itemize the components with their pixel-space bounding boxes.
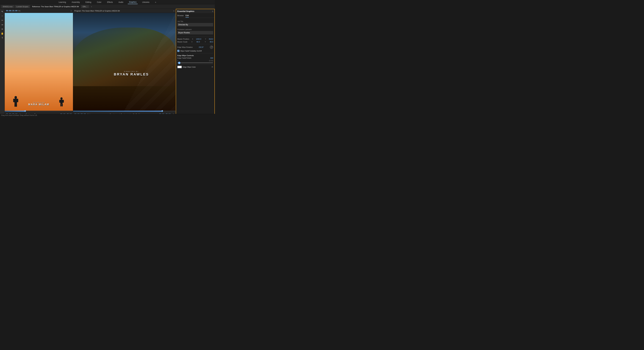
source-overlay: INTRODUCING MARA MILAM [28, 102, 49, 111]
eg-title: Essential Graphics [177, 10, 194, 12]
svg-rect-4 [14, 104, 16, 107]
eg-master-scale-label: Master Scale [177, 41, 188, 43]
essential-graphics-panel: Essential Graphics ≡ Browse Edit Job Tit… [176, 9, 215, 117]
program-text-overlay: DIRECTED BY BRYAN RAWLES [114, 71, 149, 76]
menu-more[interactable]: » [154, 0, 158, 4]
eg-scale-x-value[interactable]: 80.0 [196, 41, 200, 43]
eg-rotation-row: Edge Wipe Rotation 232.8° [177, 46, 213, 49]
status-message: Drag from track to Extract. Drag without… [1, 114, 38, 116]
tab-effects[interactable]: Effe... [81, 5, 89, 8]
eg-tab-browse[interactable]: Browse [177, 14, 184, 18]
eg-position-x-label: X [192, 38, 193, 40]
program-timebar[interactable] [73, 111, 176, 112]
eg-firstname-input[interactable] [177, 31, 213, 34]
eg-falloff-slider[interactable] [177, 62, 213, 63]
eg-menu-icon[interactable]: ≡ [212, 10, 213, 12]
eg-wipe-falloff-row: Wipe Falloff Visibility On/Off [177, 50, 213, 52]
program-title: Program: The Seam Btwn TRAILER w/ Graphi… [74, 10, 120, 12]
program-directed-by: DIRECTED BY [114, 71, 149, 72]
eg-color-row: Edge Wipe Color ✏ [177, 66, 213, 68]
eg-scale-x-label: X [192, 41, 192, 43]
eg-divider2 [177, 44, 213, 44]
tool-hand[interactable]: ✋ [0, 32, 4, 35]
svg-point-6 [60, 97, 62, 100]
tools-bar: ↖ ↔ ✂ ⇔ ✒ ✋ T [0, 9, 5, 117]
eg-wipe-falloff-checkbox[interactable] [177, 50, 180, 52]
eg-falloff-width-row: Edge Falloff Width 600 [177, 57, 213, 59]
svg-rect-1 [14, 98, 17, 104]
eg-color-label: Edge Wipe Color [183, 66, 211, 68]
menu-item-color[interactable]: Color [96, 0, 103, 4]
eg-scale-y-value[interactable]: 80.0 [210, 41, 213, 43]
program-timebar-fill [73, 111, 162, 112]
source-monitor-header: 00:00:35:00 Fit ≡ [5, 9, 73, 13]
eg-slider-min: 0 [177, 60, 178, 62]
svg-rect-10 [60, 104, 62, 106]
menu-item-effects[interactable]: Effects [106, 0, 114, 4]
eg-scale-y-label: Y [205, 41, 206, 43]
svg-rect-7 [60, 100, 62, 104]
program-monitor: Program: The Seam Btwn TRAILER w/ Graphi… [73, 9, 176, 117]
tool-slip[interactable]: ⇔ [1, 23, 4, 26]
eg-rotation-label: Edge Wipe Rotation [177, 46, 193, 48]
source-timebar-thumb[interactable] [24, 110, 26, 112]
menu-item-graphics[interactable]: Graphics [128, 0, 138, 4]
tool-text[interactable]: T [1, 36, 4, 40]
eg-pencil-icon[interactable]: ✏ [212, 66, 213, 68]
program-monitor-header: Program: The Seam Btwn TRAILER w/ Graphi… [73, 9, 176, 13]
eg-master-position-label: Master Position [177, 38, 189, 40]
top-menu-bar: Learning Assembly Editing Color Effects … [0, 0, 215, 4]
eg-wipe-falloff-label: Wipe Falloff Visibility On/Off [180, 50, 202, 52]
program-timebar-thumb[interactable] [162, 110, 163, 112]
knob-svg [210, 46, 213, 48]
menu-item-assembly[interactable]: Assembly [70, 0, 81, 4]
svg-rect-5 [16, 104, 17, 107]
tab-more[interactable]: » [90, 5, 94, 8]
source-introducing: INTRODUCING [28, 102, 49, 103]
tool-ripple[interactable]: ↔ [1, 14, 4, 18]
svg-rect-3 [17, 99, 18, 102]
source-settings-icon[interactable]: ≡ [71, 10, 72, 12]
eg-content: Job Title Firstname Lastname Master Posi… [176, 18, 214, 116]
source-fit-dropdown[interactable]: Fit [18, 10, 20, 12]
figure-silhouette2 [58, 96, 65, 108]
svg-rect-8 [59, 100, 61, 103]
eg-slider-range: 0 32768 [177, 60, 213, 62]
eg-position-y-value[interactable]: 818.0 [209, 38, 213, 40]
eg-position-x-value[interactable]: 1432.0 [196, 38, 201, 40]
eg-divider4 [177, 64, 213, 64]
source-monitor: 00:00:35:00 Fit ≡ INTRODUCING MARA MILAM [5, 9, 73, 117]
menu-item-editing[interactable]: Editing [84, 0, 92, 4]
eg-job-title-input[interactable] [177, 23, 213, 26]
program-settings-icon[interactable]: ≡ [174, 10, 174, 12]
source-timebar-fill [5, 111, 25, 112]
program-director-name: BRYAN RAWLES [114, 72, 149, 76]
main-area: ↖ ↔ ✂ ⇔ ✒ ✋ T 00:00:35:00 Fit ≡ INTRODUC… [0, 9, 215, 117]
eg-falloff-width-value[interactable]: 600 [210, 57, 213, 59]
tab-bar: 004(02).mov Lumetri Scopes Reference: Th… [0, 4, 215, 9]
menu-item-learning[interactable]: Learning [58, 0, 67, 4]
eg-rotation-knob[interactable] [210, 46, 213, 49]
tab-reference[interactable]: Reference: The Seam Btwn TRAILER w/ Grap… [30, 5, 80, 8]
eg-tab-edit[interactable]: Edit [186, 14, 189, 18]
eg-slider-max: 32768 [209, 60, 213, 62]
source-timecode-display: 00:00:35:00 [6, 10, 18, 12]
svg-rect-9 [62, 100, 64, 103]
eg-slider-container [177, 62, 213, 63]
source-name: MARA MILAM [28, 103, 49, 106]
menu-item-libraries[interactable]: Libraries [141, 0, 150, 4]
tool-razor[interactable]: ✂ [1, 18, 4, 22]
eg-rotation-value[interactable]: 232.8° [199, 46, 204, 48]
eg-job-title-label: Job Title [177, 20, 213, 22]
source-thumbnail: INTRODUCING MARA MILAM [5, 13, 73, 111]
eg-wipe-controls-title: Edge Wipe Controls [177, 54, 213, 56]
svg-rect-2 [13, 99, 15, 102]
menu-item-audio[interactable]: Audio [117, 0, 125, 4]
eg-tabs: Browse Edit [176, 14, 214, 18]
tool-select[interactable]: ↖ [1, 10, 4, 13]
tool-pen[interactable]: ✒ [1, 27, 4, 31]
eg-color-swatch[interactable] [177, 66, 182, 68]
tab-lumetri[interactable]: Lumetri Scopes [15, 5, 30, 8]
source-timebar[interactable] [5, 111, 73, 112]
tab-mov[interactable]: 004(02).mov [1, 5, 14, 8]
